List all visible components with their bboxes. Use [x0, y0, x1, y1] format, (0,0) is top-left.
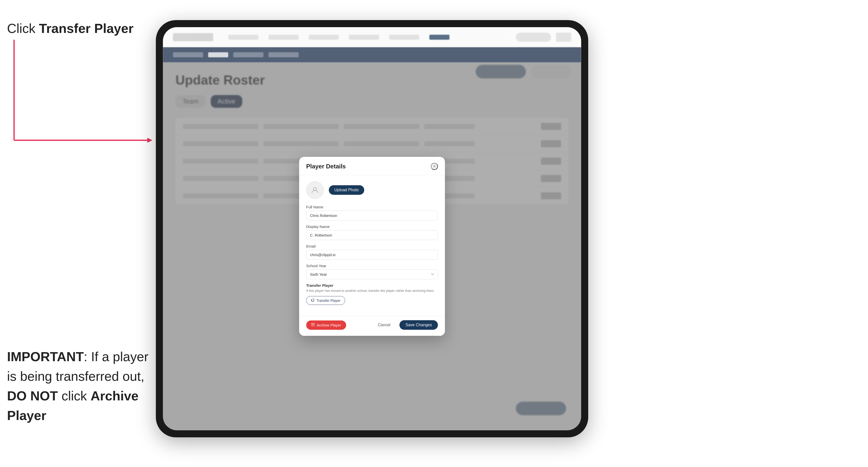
full-name-input[interactable] — [306, 211, 438, 220]
transfer-description: If this player has moved to another scho… — [306, 288, 438, 293]
archive-icon — [311, 323, 315, 327]
nav-add-player-btn — [516, 33, 551, 42]
footer-right: Cancel Save Changes — [374, 320, 438, 330]
nav-item-dashboard — [228, 35, 258, 40]
sub-nav-requests — [269, 52, 299, 57]
sub-nav-dashboard — [173, 52, 203, 57]
display-name-input[interactable] — [306, 230, 438, 240]
arrow-indicator — [11, 37, 152, 148]
nav-item-roster — [429, 35, 450, 40]
email-label: Email — [306, 244, 438, 248]
do-not-label: DO NOT — [7, 388, 58, 403]
transfer-player-button[interactable]: Transfer Player — [306, 296, 345, 305]
modal-footer: Archive Player Cancel Save Changes — [299, 316, 445, 336]
email-input[interactable] — [306, 250, 438, 260]
display-name-label: Display Name — [306, 224, 438, 229]
modal-overlay: Player Details × — [163, 62, 581, 430]
modal-header: Player Details × — [299, 157, 445, 175]
transfer-btn-label: Transfer Player — [316, 299, 340, 303]
photo-section: Upload Photo — [306, 181, 438, 199]
archive-btn-label: Archive Player — [317, 323, 341, 327]
nav-item-schedule — [349, 35, 379, 40]
app-logo — [173, 33, 213, 41]
svg-rect-4 — [311, 323, 314, 324]
modal-title: Player Details — [306, 163, 346, 170]
cancel-button[interactable]: Cancel — [374, 320, 395, 330]
archive-player-button[interactable]: Archive Player — [306, 320, 346, 330]
nav-item-tournaments — [269, 35, 299, 40]
instruction-text2: click — [58, 388, 91, 403]
content-area: Update Roster Team Active — [163, 62, 581, 430]
transfer-section: Transfer Player If this player has moved… — [306, 283, 438, 305]
sub-nav-active — [208, 52, 228, 57]
instruction-bold: Transfer Player — [39, 21, 133, 36]
sub-nav-archived — [233, 52, 264, 57]
transfer-label: Transfer Player — [306, 283, 438, 287]
instruction-top: Click Transfer Player — [7, 20, 133, 37]
sub-nav — [163, 47, 581, 62]
avatar — [306, 181, 324, 199]
instruction-bottom: IMPORTANT: If a player is being transfer… — [7, 347, 153, 425]
tablet-device: Update Roster Team Active — [156, 20, 588, 437]
modal-close-button[interactable]: × — [431, 163, 438, 170]
important-label: IMPORTANT — [7, 349, 84, 364]
save-changes-button[interactable]: Save Changes — [399, 320, 438, 330]
footer-left: Archive Player — [306, 320, 346, 330]
nav-item-teams — [309, 35, 339, 40]
svg-marker-2 — [147, 138, 152, 143]
nav-user — [556, 33, 571, 42]
nav-right — [516, 33, 571, 42]
player-details-modal: Player Details × — [299, 157, 445, 336]
nav-item-interteam — [389, 35, 419, 40]
display-name-group: Display Name — [306, 224, 438, 240]
svg-point-3 — [313, 187, 316, 190]
upload-photo-button[interactable]: Upload Photo — [329, 185, 364, 195]
school-year-label: School Year — [306, 264, 438, 268]
instruction-prefix: Click — [7, 21, 39, 36]
nav-items — [228, 35, 516, 40]
modal-body: Upload Photo Full Name Display Name — [299, 175, 445, 316]
school-year-select[interactable]: First Year Second Year Third Year Fourth… — [306, 270, 438, 279]
school-year-group: School Year First Year Second Year Third… — [306, 264, 438, 279]
email-group: Email — [306, 244, 438, 260]
app-nav — [163, 27, 581, 47]
close-icon: × — [433, 163, 436, 169]
full-name-label: Full Name — [306, 205, 438, 209]
full-name-group: Full Name — [306, 205, 438, 220]
tablet-screen: Update Roster Team Active — [163, 27, 581, 430]
transfer-icon — [311, 298, 314, 303]
